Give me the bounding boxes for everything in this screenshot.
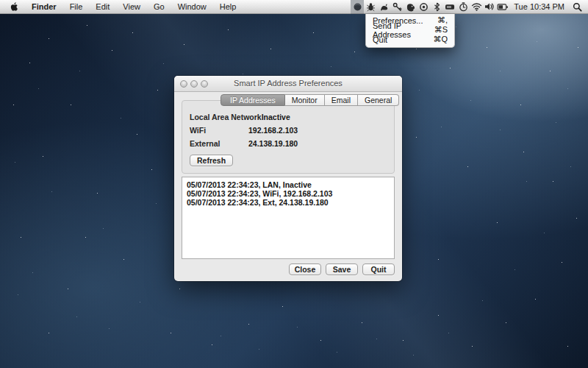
- apple-menu-icon[interactable]: [10, 0, 25, 14]
- external-row: External24.138.19.180: [190, 138, 387, 148]
- lan-row: Local Area NetworkInactive: [190, 112, 387, 121]
- menubar-status-area: Tue 10:34 PM: [351, 0, 588, 14]
- desktop: Finder File Edit View Go Window Help: [0, 0, 588, 368]
- wifi-menu-extra-icon[interactable]: [470, 0, 483, 14]
- external-ip-value: 24.138.19.180: [248, 139, 298, 148]
- close-window-button[interactable]: [180, 80, 187, 88]
- key-menu-extra-icon[interactable]: [390, 0, 404, 14]
- preferences-window: Smart IP Address Preferences IP Addresse…: [174, 76, 402, 281]
- tab-bar: IP Addresses Monitor Email General: [220, 94, 399, 106]
- menu-item-label: Quit: [373, 35, 387, 44]
- quit-button[interactable]: Quit: [362, 263, 395, 275]
- log-line: 05/07/2013 22:34:23, WiFi, 192.168.2.103: [187, 189, 390, 198]
- menubar: Finder File Edit View Go Window Help: [0, 0, 588, 14]
- menubar-menu-go[interactable]: Go: [147, 0, 171, 14]
- menu-item-shortcut: ⌘S: [434, 25, 448, 35]
- wifi-label: WiFi: [190, 126, 248, 135]
- log-line: 05/07/2013 22:34:23, Ext, 24.138.19.180: [187, 198, 390, 207]
- lan-status-value: Inactive: [262, 113, 290, 121]
- smart-ip-menu-extra-icon[interactable]: [351, 0, 364, 14]
- zoom-window-button[interactable]: [201, 80, 208, 88]
- keyboard-battery-menu-extra-icon[interactable]: [443, 0, 456, 14]
- lan-label: Local Area Network: [190, 113, 262, 121]
- bluetooth-menu-extra-icon[interactable]: [430, 0, 443, 14]
- ip-addresses-panel: Local Area NetworkInactive WiFi192.168.2…: [182, 100, 395, 174]
- elephant-menu-extra-icon[interactable]: [404, 0, 417, 14]
- save-button[interactable]: Save: [326, 263, 358, 275]
- menubar-menu-view[interactable]: View: [116, 0, 147, 14]
- log-line: 05/07/2013 22:34:23, LAN, Inactive: [187, 180, 390, 189]
- menubar-menu-edit[interactable]: Edit: [89, 0, 116, 14]
- battery-menu-extra-icon[interactable]: [496, 0, 509, 14]
- menubar-menu-help[interactable]: Help: [213, 0, 243, 14]
- close-button[interactable]: Close: [289, 263, 321, 275]
- volume-menu-extra-icon[interactable]: [483, 0, 496, 14]
- menu-item-shortcut: ⌘Q: [433, 35, 448, 44]
- status-menu-dropdown: Preferences... ⌘, Send IP Addresses ⌘S Q…: [365, 14, 455, 48]
- menubar-left: Finder File Edit View Go Window Help: [0, 0, 243, 14]
- tab-general[interactable]: General: [358, 94, 399, 106]
- bug-menu-extra-icon[interactable]: [364, 0, 377, 14]
- spotlight-icon[interactable]: [570, 0, 584, 14]
- window-title: Smart IP Address Preferences: [174, 76, 402, 91]
- menubar-menu-finder[interactable]: Finder: [25, 0, 63, 14]
- menubar-clock[interactable]: Tue 10:34 PM: [509, 0, 570, 14]
- menubar-menu-file[interactable]: File: [63, 0, 90, 14]
- refresh-button[interactable]: Refresh: [190, 155, 233, 166]
- external-label: External: [190, 139, 248, 148]
- menu-item-send-ip-addresses[interactable]: Send IP Addresses ⌘S: [366, 25, 454, 35]
- menubar-menu-window[interactable]: Window: [171, 0, 213, 14]
- record-menu-extra-icon[interactable]: [417, 0, 430, 14]
- tab-ip-addresses[interactable]: IP Addresses: [220, 94, 285, 106]
- window-titlebar[interactable]: Smart IP Address Preferences: [174, 76, 402, 92]
- pet-menu-extra-icon[interactable]: [377, 0, 390, 14]
- wifi-row: WiFi192.168.2.103: [190, 125, 387, 135]
- minimize-window-button[interactable]: [190, 80, 198, 88]
- log-textarea[interactable]: 05/07/2013 22:34:23, LAN, Inactive 05/07…: [182, 177, 395, 259]
- window-button-row: Close Save Quit: [289, 263, 395, 275]
- traffic-lights: [180, 80, 208, 88]
- tab-monitor[interactable]: Monitor: [285, 94, 325, 106]
- menu-item-shortcut: ⌘,: [437, 15, 448, 25]
- wifi-ip-value: 192.168.2.103: [248, 126, 298, 135]
- timer-menu-extra-icon[interactable]: [456, 0, 470, 14]
- tab-email[interactable]: Email: [325, 94, 358, 106]
